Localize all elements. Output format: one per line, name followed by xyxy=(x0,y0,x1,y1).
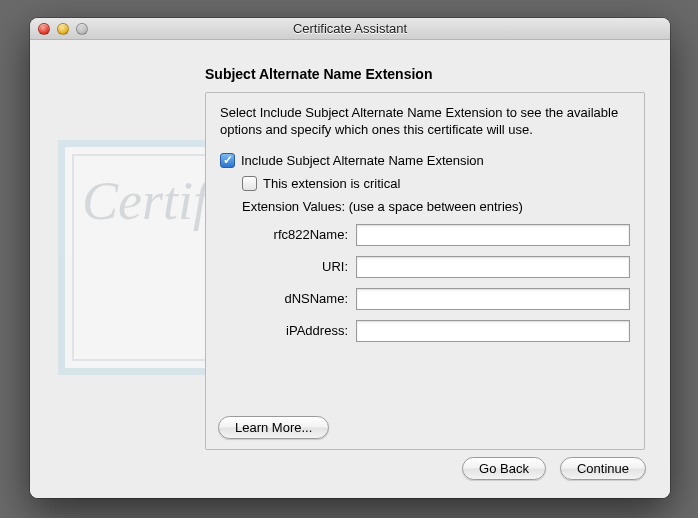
include-extension-label: Include Subject Alternate Name Extension xyxy=(241,153,484,168)
page-title: Subject Alternate Name Extension xyxy=(205,66,432,82)
rfc822-input[interactable] xyxy=(356,224,630,246)
learn-more-button[interactable]: Learn More... xyxy=(218,416,329,439)
rfc822-row: rfc822Name: xyxy=(220,224,630,246)
ip-label: iPAddress: xyxy=(220,323,356,338)
uri-input[interactable] xyxy=(356,256,630,278)
ip-row: iPAddress: xyxy=(220,320,630,342)
critical-row: This extension is critical xyxy=(242,176,630,191)
dns-label: dNSName: xyxy=(220,291,356,306)
dns-row: dNSName: xyxy=(220,288,630,310)
include-extension-checkbox[interactable] xyxy=(220,153,235,168)
window-body: Certific Subject Alternate Name Extensio… xyxy=(30,40,670,498)
go-back-button[interactable]: Go Back xyxy=(462,457,546,480)
continue-button[interactable]: Continue xyxy=(560,457,646,480)
dns-input[interactable] xyxy=(356,288,630,310)
window-title: Certificate Assistant xyxy=(30,21,670,36)
footer-buttons: Go Back Continue xyxy=(462,457,646,480)
critical-checkbox[interactable] xyxy=(242,176,257,191)
titlebar: Certificate Assistant xyxy=(30,18,670,40)
minimize-icon[interactable] xyxy=(57,23,69,35)
uri-row: URI: xyxy=(220,256,630,278)
zoom-icon xyxy=(76,23,88,35)
window-controls xyxy=(38,23,88,35)
ip-input[interactable] xyxy=(356,320,630,342)
rfc822-label: rfc822Name: xyxy=(220,227,356,242)
content-panel: Select Include Subject Alternate Name Ex… xyxy=(205,92,645,450)
uri-label: URI: xyxy=(220,259,356,274)
window: Certificate Assistant Certific Subject A… xyxy=(30,18,670,498)
extension-values-label: Extension Values: (use a space between e… xyxy=(242,199,630,214)
close-icon[interactable] xyxy=(38,23,50,35)
intro-text: Select Include Subject Alternate Name Ex… xyxy=(220,105,630,139)
include-extension-row: Include Subject Alternate Name Extension xyxy=(220,153,630,168)
critical-label: This extension is critical xyxy=(263,176,400,191)
